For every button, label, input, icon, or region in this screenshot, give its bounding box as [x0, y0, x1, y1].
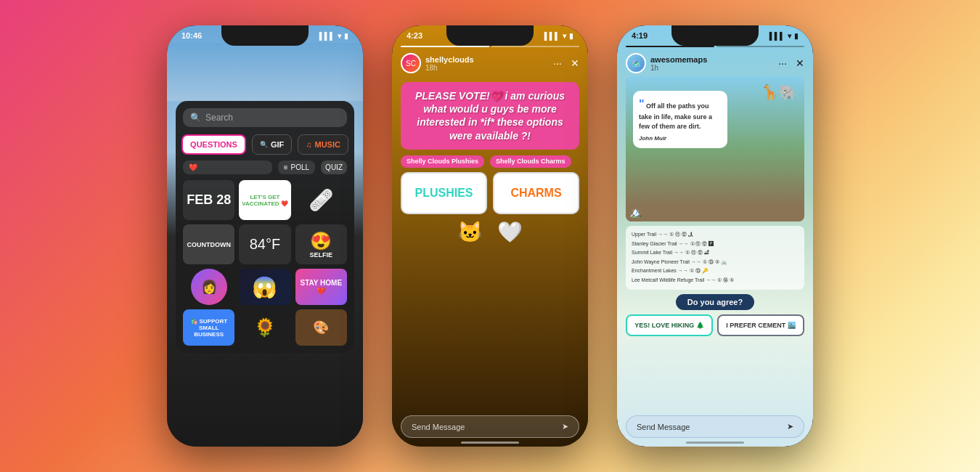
trail-item-5: Enchantment Lakes →→ ① ⑬ 🔑 [632, 266, 799, 276]
phone2-screen: 4:23 ▌▌▌ ▾ ▮ SC shellyclouds 18h ··· ✕ [392, 25, 588, 447]
poll-label-plushies: Shelly Clouds Plushies [401, 155, 484, 168]
trail-list: Upper Trail →→ ① ⑪ ⑫ 🏞 Stanley Glacier T… [626, 226, 804, 290]
vote-text: PLEASE VOTE!💗 i am curious what would u … [401, 82, 579, 150]
bandage-icon: 🩹 [309, 188, 334, 212]
more-icon-2[interactable]: ··· [553, 57, 562, 69]
search-icon: 🔍 [190, 113, 201, 123]
sticker-bottom-section: 👩 😱 STAY HOME ❤️ [183, 269, 347, 305]
scream-icon: 😱 [252, 275, 277, 299]
vaccine-text: LET'S GET VACCINATED ❤️ [239, 194, 290, 207]
poll-sticker[interactable]: ≡ POLL [278, 160, 315, 174]
status-time-2: 4:23 [407, 31, 422, 40]
cat-charm-icon: 🐱 [457, 220, 483, 244]
avatar-circle: 👩 [191, 269, 227, 305]
poll-option-charms[interactable]: CHARMS [493, 172, 579, 214]
poll-options: PLUSHIES CHARMS [401, 172, 579, 214]
poll-icon: ≡ [284, 163, 288, 171]
story-time-3: 1h [650, 64, 707, 72]
status-icons-3: ▌▌▌ ▾ ▮ [769, 32, 799, 40]
music-label: MUSIC [314, 140, 340, 149]
poll-option-plushies[interactable]: PLUSHIES [401, 172, 487, 214]
sky-bg [167, 43, 363, 101]
phone1-screen: 10:46 ▌▌▌ ▾ ▮ 🔍 Search QUESTIONS 🔍 GIF [167, 25, 363, 447]
art-icon: 🎨 [313, 320, 329, 335]
story-user-2: SC shellyclouds 18h [401, 53, 474, 73]
countdown-sticker[interactable]: COUNTDOWN [183, 224, 234, 264]
slider-sticker[interactable]: ❤️ [183, 160, 272, 174]
trail-item-4: John Wayne Pioneer Trail →→ ① ⑬ ⑤ 🚲 [632, 258, 799, 267]
prefer-cement-text: I PREFER CEMENT 🏙️ [726, 322, 796, 329]
search-bar[interactable]: 🔍 Search [183, 108, 347, 127]
slider-icon: ❤️ [189, 163, 197, 171]
story-username-3: awesomemaps [650, 55, 707, 64]
story-time-2: 18h [425, 64, 474, 72]
charms-text: CHARMS [510, 187, 561, 199]
story-actions-2: ··· ✕ [553, 57, 579, 69]
scream-sticker[interactable]: 😱 [239, 269, 290, 305]
countdown-text: COUNTDOWN [187, 241, 231, 248]
close-icon-3[interactable]: ✕ [796, 57, 804, 69]
search-small-icon: 🔍 [260, 141, 268, 148]
temperature-sticker[interactable]: 84°F [239, 224, 290, 264]
status-icons-1: ▌▌▌ ▾ ▮ [319, 32, 348, 40]
close-icon-2[interactable]: ✕ [571, 57, 579, 69]
quiz-sticker[interactable]: QUIZ [321, 160, 347, 174]
vaccine-sticker[interactable]: LET'S GET VACCINATED ❤️ [239, 180, 290, 220]
poll-question-label: Do you agree? [676, 294, 754, 310]
status-time-3: 4:19 [632, 31, 648, 40]
trail-item-2: Stanley Glacier Trail →→ ① ⑪ ⑫ 🅿 [632, 240, 799, 249]
bandage-sticker[interactable]: 🩹 [295, 180, 347, 220]
hiking-image: 🦒🐘 🏔️ " Off all the paths you take in li… [626, 76, 804, 221]
business-sticker[interactable]: 🛍️ SUPPORT SMALL BUSINESS [183, 309, 234, 346]
stay-home-sticker[interactable]: STAY HOME ❤️ [295, 269, 347, 305]
plushies-text: PLUSHIES [415, 187, 473, 199]
questions-sticker-btn[interactable]: QUESTIONS [181, 134, 246, 155]
story-header-3: 🗺️ awesomemaps 1h ··· ✕ [617, 50, 813, 76]
feb-text: FEB 28 [187, 192, 231, 208]
status-icons-2: ▌▌▌ ▾ ▮ [544, 32, 573, 40]
quiz-label: QUIZ [325, 163, 343, 171]
send-message-bar-3[interactable]: Send Message ➤ [626, 415, 804, 438]
stay-home-text: STAY HOME ❤️ [298, 279, 344, 295]
sun-sticker[interactable]: 🌻 [239, 309, 290, 346]
progress-bar-3-2 [716, 46, 805, 47]
story-content-2: PLEASE VOTE!💗 i am curious what would u … [392, 76, 588, 250]
status-time-1: 10:46 [181, 31, 202, 40]
gif-label: GIF [271, 140, 284, 149]
signal-icon-3: ▌▌▌ [769, 32, 785, 40]
home-indicator-2 [461, 442, 519, 444]
art-sticker[interactable]: 🎨 [295, 309, 347, 346]
story-avatar-3: 🗺️ [626, 53, 646, 73]
story-actions-3: ··· ✕ [778, 57, 804, 69]
wifi-icon-2: ▾ [563, 32, 566, 40]
send-message-label-2: Send Message [412, 423, 465, 431]
heart-charm-icon: 🤍 [497, 220, 523, 244]
poll-question-container: Do you agree? [626, 294, 804, 310]
gif-sticker-btn[interactable]: 🔍 GIF [252, 134, 292, 155]
questions-label: QUESTIONS [190, 140, 237, 149]
poll-label-charms: Shelly Clouds Charms [490, 155, 571, 168]
inline-quote-author: John Muir [639, 134, 722, 142]
wifi-icon-3: ▾ [788, 32, 791, 40]
temp-text: 84°F [250, 236, 280, 253]
phone3-screen: 4:19 ▌▌▌ ▾ ▮ 🗺️ awesomemaps 1h ··· ✕ [617, 25, 813, 447]
photo-sticker[interactable]: 👩 [183, 269, 234, 305]
send-message-bar-2[interactable]: Send Message ➤ [401, 415, 579, 438]
trail-item-6: Lee Metcalf Wildlife Refuge Trail →→ ① ⑭… [632, 276, 799, 285]
hiking-content: 🦒🐘 🏔️ " Off all the paths you take in li… [617, 76, 813, 336]
phone-2: 4:23 ▌▌▌ ▾ ▮ SC shellyclouds 18h ··· ✕ [392, 25, 588, 447]
hiking-poll-prefer[interactable]: I PREFER CEMENT 🏙️ [717, 314, 804, 336]
more-icon-3[interactable]: ··· [778, 57, 787, 69]
send-icon-2: ➤ [562, 422, 568, 431]
selfie-sticker[interactable]: 😍 SELFIE [295, 224, 347, 264]
sticker-grid: FEB 28 LET'S GET VACCINATED ❤️ 🩹 COUNTDO… [183, 180, 347, 264]
business-icon: 🛍️ SUPPORT SMALL BUSINESS [186, 318, 232, 338]
trail-item-1: Upper Trail →→ ① ⑪ ⑫ 🏞 [632, 230, 799, 240]
poll-labels: Shelly Clouds Plushies Shelly Clouds Cha… [401, 155, 579, 168]
feb-sticker[interactable]: FEB 28 [183, 180, 234, 220]
sticker-top-row: QUESTIONS 🔍 GIF ♫ MUSIC [183, 134, 347, 155]
story-username-2: shellyclouds [425, 55, 474, 64]
hiking-poll-yes[interactable]: YES! LOVE HIKING 🌲 [626, 314, 713, 336]
search-label: Search [205, 113, 233, 123]
music-sticker-btn[interactable]: ♫ MUSIC [298, 134, 348, 155]
